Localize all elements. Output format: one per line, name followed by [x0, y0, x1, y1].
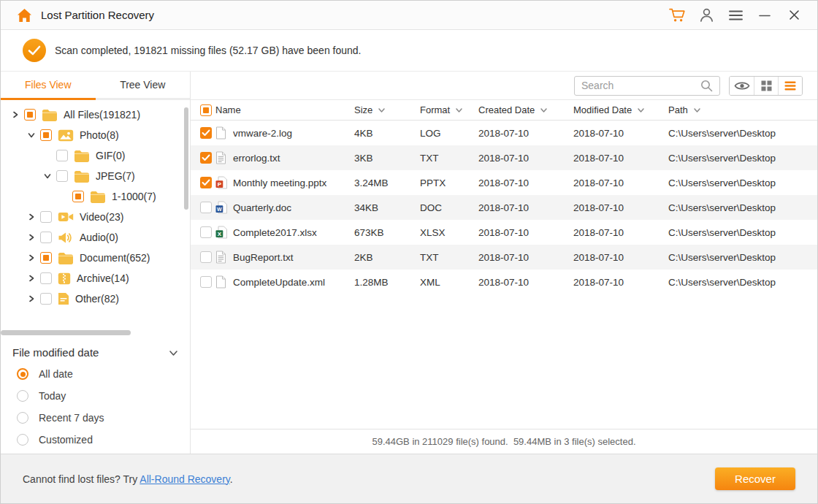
filter-header[interactable]: File modified date: [12, 341, 178, 363]
tree-item-label: Archive(14): [77, 272, 129, 284]
chevron-down-icon[interactable]: [42, 170, 53, 182]
row-checkbox[interactable]: [200, 127, 212, 139]
search-icon[interactable]: [700, 80, 713, 92]
tree-checkbox[interactable]: [56, 170, 68, 182]
filter-option-label: Today: [39, 390, 66, 402]
chevron-right-icon[interactable]: [26, 252, 37, 264]
row-checkbox[interactable]: [200, 251, 212, 263]
row-checkbox[interactable]: [200, 202, 212, 213]
file-row-complete2017-xlsx[interactable]: XComplete2017.xlsx673KBXLSX2018-07-10201…: [191, 220, 817, 245]
tree-item-gif-0[interactable]: GIF(0): [1, 145, 190, 166]
tree-item-all-files-191821[interactable]: All Files(191821): [1, 104, 190, 125]
chevron-right-icon[interactable]: [26, 272, 37, 284]
chevron-right-icon[interactable]: [26, 293, 37, 305]
chevron-spacer: [42, 150, 53, 161]
chevron-right-icon[interactable]: [26, 211, 37, 223]
menu-icon[interactable]: [727, 7, 744, 24]
minimize-icon[interactable]: [756, 7, 773, 24]
success-check-icon: [23, 39, 46, 62]
row-checkbox[interactable]: [200, 152, 212, 164]
horizontal-scrollbar[interactable]: [1, 330, 131, 335]
tree-item-video-23[interactable]: Video(23): [1, 207, 190, 227]
tree-item-label: Video(23): [80, 211, 123, 223]
column-header-created-date[interactable]: Created Date: [478, 104, 573, 115]
footer-bar: Cannot find lost files? Try All-Round Re…: [1, 454, 817, 503]
file-row-quarterly-doc[interactable]: WQuarterly.doc34KBDOC2018-07-102018-07-1…: [191, 195, 817, 220]
file-created-date: 2018-07-10: [478, 277, 573, 288]
chevron-right-icon[interactable]: [9, 109, 21, 121]
file-name: Monthly meeting.pptx: [233, 177, 354, 188]
folder-icon: [58, 252, 74, 264]
tree-item-label: 1-1000(7): [112, 191, 156, 202]
tree-item-audio-0[interactable]: Audio(0): [1, 227, 190, 248]
file-row-bugreport-txt[interactable]: BugReport.txt2KBTXT2018-07-102018-07-10C…: [191, 245, 817, 270]
tab-files-view[interactable]: Files View: [1, 72, 96, 100]
tree-checkbox[interactable]: [24, 109, 36, 121]
filter-option-recent-7-days[interactable]: Recent 7 days: [12, 407, 178, 429]
tree-checkbox[interactable]: [56, 150, 68, 161]
app-window: Lost Partition Recovery Scan completed, …: [0, 0, 818, 504]
tree-checkbox[interactable]: [40, 272, 52, 284]
close-icon[interactable]: [785, 7, 803, 24]
file-name: errorlog.txt: [233, 153, 354, 164]
filter-option-all-date[interactable]: All date: [12, 363, 178, 385]
row-checkbox[interactable]: [200, 226, 212, 238]
file-row-errorlog-txt[interactable]: errorlog.txt3KBTXT2018-07-102018-07-10C:…: [191, 145, 817, 170]
recover-button[interactable]: Recover: [715, 467, 795, 490]
tree-checkbox[interactable]: [40, 293, 52, 305]
tree-item-label: Audio(0): [80, 232, 118, 243]
file-size: 34KB: [354, 202, 420, 213]
row-checkbox[interactable]: [200, 276, 212, 288]
tree-item-jpeg-7[interactable]: JPEG(7): [1, 166, 190, 186]
tree-item-archive-14[interactable]: Archive(14): [1, 268, 190, 289]
tree-item-document-652[interactable]: Document(652): [1, 248, 190, 268]
user-icon[interactable]: [697, 7, 715, 24]
tree-item-other-82[interactable]: Other(82): [1, 289, 190, 309]
archive-icon: [58, 272, 71, 285]
home-icon[interactable]: [15, 7, 33, 24]
tree-checkbox[interactable]: [72, 191, 84, 202]
file-txt-icon: [215, 251, 233, 264]
grid-view-button[interactable]: [754, 77, 778, 95]
radio-unselected[interactable]: [17, 412, 28, 424]
tree-checkbox[interactable]: [40, 252, 52, 264]
radio-unselected[interactable]: [17, 434, 28, 446]
column-header-name[interactable]: Name: [215, 104, 354, 115]
chevron-down-icon[interactable]: [26, 129, 37, 141]
column-header-path[interactable]: Path: [668, 104, 817, 115]
file-row-vmware-2-log[interactable]: vmware-2.log4KBLOG2018-07-102018-07-10C:…: [191, 121, 817, 145]
file-format: TXT: [420, 153, 478, 164]
column-header-format[interactable]: Format: [420, 104, 478, 115]
tree-item-photo-8[interactable]: Photo(8): [1, 125, 190, 145]
radio-selected[interactable]: [17, 368, 28, 380]
vertical-scrollbar[interactable]: [184, 107, 188, 210]
tree-checkbox[interactable]: [40, 129, 52, 141]
row-checkbox[interactable]: [200, 177, 212, 188]
tab-tree-view[interactable]: Tree View: [96, 72, 191, 100]
preview-eye-button[interactable]: [730, 77, 754, 95]
search-input[interactable]: [581, 80, 700, 91]
tree-item-1-1000-7[interactable]: 1-1000(7): [1, 186, 190, 207]
status-bar: 59.44GB in 211029 file(s) found. 59.44MB…: [191, 429, 817, 454]
svg-text:P: P: [218, 181, 222, 188]
all-round-recovery-link[interactable]: All-Round Recovery: [139, 473, 229, 485]
tree-checkbox[interactable]: [40, 232, 52, 243]
select-all-checkbox[interactable]: [200, 104, 212, 116]
file-row-completeupdate-xml[interactable]: CompleteUpdate.xml1.28MBXML2018-07-10201…: [191, 270, 817, 294]
file-modified-date: 2018-07-10: [573, 252, 668, 263]
column-header-size[interactable]: Size: [354, 104, 420, 115]
tree-checkbox[interactable]: [40, 211, 52, 223]
tree-item-label: Photo(8): [80, 129, 119, 141]
chevron-right-icon[interactable]: [26, 232, 37, 243]
radio-unselected[interactable]: [17, 390, 28, 402]
filter-option-today[interactable]: Today: [12, 385, 178, 407]
column-header-modified-date[interactable]: Modified Date: [573, 104, 668, 115]
search-box: [574, 76, 720, 96]
sidebar-tabs: Files View Tree View: [1, 72, 190, 100]
list-view-button[interactable]: [778, 77, 802, 95]
file-modified-date: 2018-07-10: [573, 153, 668, 164]
file-row-monthly-meeting-pptx[interactable]: PMonthly meeting.pptx3.24MBPPTX2018-07-1…: [191, 170, 817, 195]
cart-icon[interactable]: [668, 7, 686, 24]
filter-option-customized[interactable]: Customized: [12, 429, 178, 451]
file-created-date: 2018-07-10: [478, 153, 573, 164]
